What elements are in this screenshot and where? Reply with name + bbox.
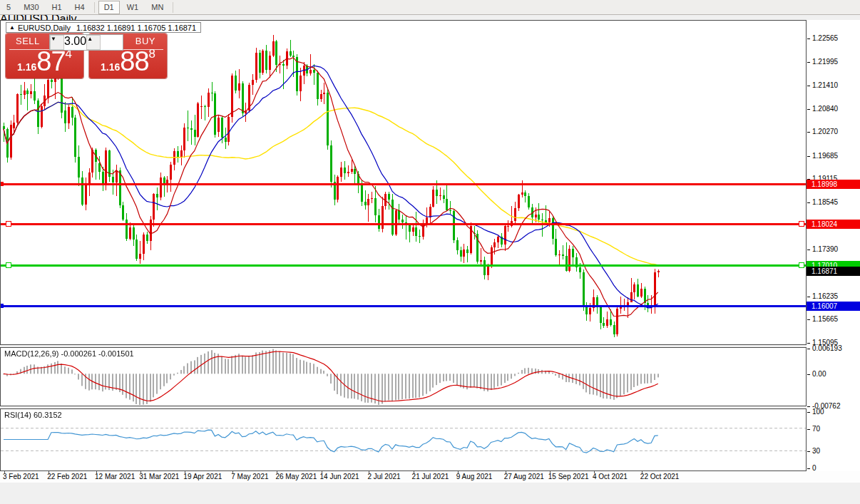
tick-dash bbox=[807, 468, 810, 469]
macd-axis-tick: 0.006193 bbox=[807, 344, 842, 352]
price-flag-1.16871: 1.16871 bbox=[807, 267, 860, 276]
time-axis-label: 4 Oct 2021 bbox=[593, 473, 628, 480]
price-axis-tick: 1.22565 bbox=[807, 34, 838, 42]
time-axis-label: 21 Jul 2021 bbox=[412, 473, 449, 480]
time-axis-label: 19 Apr 2021 bbox=[183, 473, 222, 480]
price-flag-1.18998: 1.18998 bbox=[807, 180, 860, 189]
time-axis-label: 2 Jul 2021 bbox=[367, 473, 400, 480]
price-flag-1.16007: 1.16007 bbox=[807, 302, 860, 311]
tick-dash bbox=[807, 38, 810, 39]
price-axis-tick: 1.21995 bbox=[807, 58, 838, 66]
timeframe-toolbar: 5M30H1H4D1W1MN bbox=[0, 0, 860, 15]
chart-ohlc-values: 1.16832 1.16891 1.16705 1.16871 bbox=[76, 24, 196, 32]
time-axis-label: 31 Mar 2021 bbox=[139, 473, 179, 480]
timeframe-button-d1[interactable]: D1 bbox=[98, 1, 120, 14]
timeframe-button-5[interactable]: 5 bbox=[1, 1, 16, 14]
macd-indicator-pane[interactable]: MACD(12,26,9) -0.000261 -0.001501 bbox=[0, 347, 807, 406]
tick-dash bbox=[807, 349, 810, 349]
tick-dash bbox=[807, 156, 810, 157]
volume-increase-icon[interactable]: ▲ bbox=[86, 35, 101, 50]
price-axis[interactable]: 1.225651.219951.214101.208401.202701.196… bbox=[807, 20, 860, 471]
rsi-axis-tick: 70 bbox=[807, 425, 820, 433]
rsi-label: RSI(14) 60.3152 bbox=[4, 411, 62, 419]
collapse-panel-icon[interactable]: ▲ bbox=[9, 24, 15, 31]
time-axis-label: 27 Aug 2021 bbox=[504, 473, 544, 480]
sell-price: 1.16874 bbox=[6, 46, 83, 77]
time-axis[interactable]: 3 Feb 202122 Feb 202112 Mar 202131 Mar 2… bbox=[0, 471, 860, 483]
rsi-canvas[interactable] bbox=[1, 409, 806, 470]
chart-window: ▲ EURUSD,Daily 1.16832 1.16891 1.16705 1… bbox=[0, 20, 860, 483]
tick-dash bbox=[807, 86, 810, 86]
tick-dash bbox=[807, 412, 810, 413]
price-axis-tick: 1.15665 bbox=[807, 315, 838, 323]
tick-dash bbox=[807, 109, 810, 110]
tick-dash bbox=[807, 62, 810, 63]
tick-dash bbox=[807, 132, 810, 133]
tick-dash bbox=[807, 451, 810, 452]
tick-dash bbox=[807, 343, 810, 344]
macd-label: MACD(12,26,9) -0.000261 -0.001501 bbox=[4, 349, 134, 358]
macd-axis-tick: 0.00 bbox=[807, 370, 826, 378]
price-axis-tick: 1.20840 bbox=[807, 105, 838, 113]
tick-dash bbox=[807, 250, 810, 250]
time-axis-label: 22 Feb 2021 bbox=[47, 473, 87, 480]
time-axis-label: 22 Oct 2021 bbox=[640, 473, 679, 480]
timeframe-button-m30[interactable]: M30 bbox=[18, 1, 44, 14]
time-axis-label: 7 May 2021 bbox=[231, 473, 268, 480]
volume-decrease-icon[interactable]: ▼ bbox=[50, 35, 64, 50]
tick-dash bbox=[807, 374, 810, 375]
time-axis-label: 3 Feb 2021 bbox=[3, 473, 39, 480]
buy-price: 1.16888 bbox=[89, 46, 167, 77]
tick-dash bbox=[807, 319, 810, 320]
timeframe-button-h4[interactable]: H4 bbox=[69, 1, 91, 14]
volume-field[interactable]: 3.00 bbox=[64, 35, 86, 50]
tick-dash bbox=[807, 429, 810, 430]
price-axis-tick: 1.19685 bbox=[807, 152, 838, 160]
tick-dash bbox=[807, 297, 810, 297]
price-flag-1.18024: 1.18024 bbox=[807, 220, 860, 229]
rsi-axis-tick: 30 bbox=[807, 447, 820, 455]
time-axis-label: 15 Sep 2021 bbox=[548, 473, 589, 480]
rsi-indicator-pane[interactable]: RSI(14) 60.3152 bbox=[0, 408, 807, 471]
one-click-trading-panel: SELL 1.16874 BUY 1.16888 ▼ 3.00 ▲ bbox=[6, 34, 167, 78]
volume-spinner[interactable]: ▼ 3.00 ▲ bbox=[49, 34, 123, 51]
time-axis-label: 12 Mar 2021 bbox=[95, 473, 135, 480]
tick-dash bbox=[807, 202, 810, 203]
timeframe-button-w1[interactable]: W1 bbox=[121, 1, 145, 14]
price-axis-tick: 1.17390 bbox=[807, 245, 838, 253]
price-axis-tick: 1.16235 bbox=[807, 292, 838, 300]
time-axis-label: 9 Aug 2021 bbox=[456, 473, 493, 480]
timeframe-button-h1[interactable]: H1 bbox=[46, 1, 68, 14]
price-axis-tick: 1.21410 bbox=[807, 81, 838, 89]
rsi-axis-tick: 100 bbox=[807, 408, 824, 416]
chart-title-bar[interactable]: ▲ EURUSD,Daily 1.16832 1.16891 1.16705 1… bbox=[6, 22, 201, 33]
time-axis-label: 14 Jun 2021 bbox=[320, 473, 359, 480]
price-axis-tick: 1.18545 bbox=[807, 198, 838, 206]
main-price-pane[interactable]: ▲ EURUSD,Daily 1.16832 1.16891 1.16705 1… bbox=[0, 20, 807, 345]
timeframe-button-mn[interactable]: MN bbox=[145, 1, 169, 14]
toolbar-separator bbox=[94, 2, 95, 13]
toolbar-separator bbox=[173, 2, 173, 13]
price-axis-tick: 1.20270 bbox=[807, 128, 838, 135]
tick-dash bbox=[807, 406, 810, 407]
chart-symbol-label: EURUSD,Daily bbox=[18, 24, 71, 32]
time-axis-label: 26 May 2021 bbox=[275, 473, 317, 480]
mt4-window: 5M30H1H4D1W1MN ▲ EURUSD,Daily 1.16832 1.… bbox=[0, 0, 860, 504]
